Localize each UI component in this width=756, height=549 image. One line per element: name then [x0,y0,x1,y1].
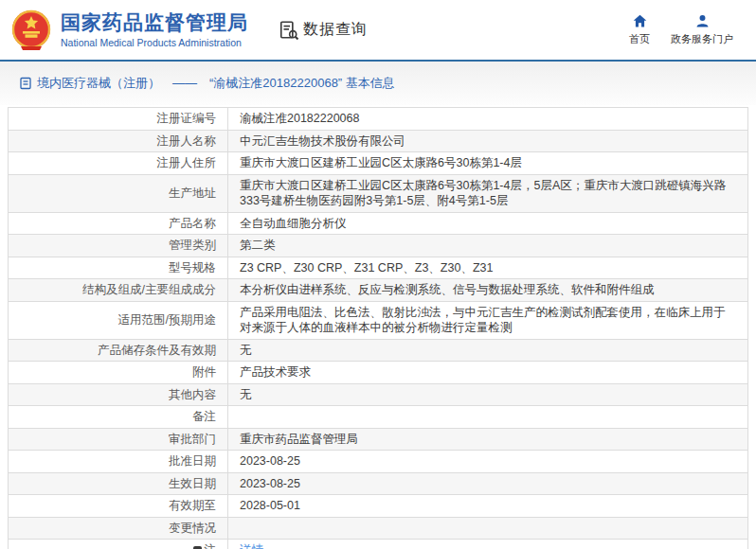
row-label: 注册证编号 [9,108,228,131]
nav-gov-portal-label: 政务服务门户 [671,32,733,46]
row-label: 型号规格 [9,257,228,279]
site-title: 国家药品监督管理局 [61,11,248,34]
row-label: 生产地址 [9,174,228,212]
row-value: 无 [228,339,748,362]
row-label: 适用范围/预期用途 [9,301,228,339]
detail-link[interactable]: 详情 [240,543,263,549]
row-value [228,517,748,540]
nav-home[interactable]: 首页 [629,13,650,46]
document-magnifier-icon [279,20,299,41]
table-row: 结构及组成/主要组成成分本分析仪由进样系统、反应与检测系统、信号与数据处理系统、… [9,279,748,302]
row-label: 备注 [9,406,228,429]
info-table: 注册证编号渝械注准20182220068注册人名称中元汇吉生物技术股份有限公司注… [8,107,748,549]
data-query-label: 数据查询 [303,20,368,40]
user-icon [694,13,711,29]
row-value: 2023-08-25 [228,472,748,495]
table-row: 产品名称全自动血细胞分析仪 [9,212,748,235]
row-label: 审批部门 [9,428,228,451]
national-emblem-logo[interactable] [9,9,53,52]
header-nav: 首页 政务服务门户 [629,13,743,46]
row-value: 重庆市大渡口区建桥工业园C区太康路6号30栋第1-4层 [228,152,748,175]
row-label: 结构及组成/主要组成成分 [9,279,228,302]
row-value: 产品采用电阻法、比色法、散射比浊法，与中元汇吉生产的检测试剂配套使用，在临床上用… [228,301,748,339]
breadcrumb-band: 境内医疗器械（注册） —— “渝械注准20182220068” 基本信息 [0,62,756,105]
breadcrumb: 境内医疗器械（注册） —— “渝械注准20182220068” 基本信息 [19,75,395,92]
home-icon [632,13,648,29]
row-label: 附件 [9,362,228,384]
table-row: 有效期至2028-05-01 [9,495,748,518]
table-row: 管理类别第二类 [9,235,748,257]
row-value: 详情 [228,540,748,549]
row-value: 2023-08-25 [228,451,748,473]
row-value: 本分析仪由进样系统、反应与检测系统、信号与数据处理系统、软件和附件组成 [228,279,748,302]
row-label: 产品储存条件及有效期 [9,339,228,362]
table-row: 注详情 [9,540,748,549]
site-header: 国家药品监督管理局 National Medical Products Admi… [0,0,756,60]
row-label: 变更情况 [9,517,228,540]
brand-block: 国家药品监督管理局 National Medical Products Admi… [61,11,248,47]
table-row: 生产地址重庆市大渡口区建桥工业园C区太康路6号30栋第1-4层，5层A区；重庆市… [9,174,748,212]
row-value: 产品技术要求 [228,362,748,384]
table-row: 备注 [9,406,748,429]
row-value: 中元汇吉生物技术股份有限公司 [228,130,748,152]
row-label: 其他内容 [9,383,228,406]
breadcrumb-text: 境内医疗器械（注册） —— “渝械注准20182220068” 基本信息 [37,75,395,92]
data-query-entry[interactable]: 数据查询 [279,20,368,41]
table-row: 其他内容无 [9,383,748,406]
table-row: 适用范围/预期用途产品采用电阻法、比色法、散射比浊法，与中元汇吉生产的检测试剂配… [9,301,748,339]
row-label: 批准日期 [9,451,228,473]
row-label: 注册人住所 [9,152,228,175]
row-label: 产品名称 [9,212,228,235]
registration-info: 注册证编号渝械注准20182220068注册人名称中元汇吉生物技术股份有限公司注… [0,105,756,549]
table-row: 注册证编号渝械注准20182220068 [9,108,748,131]
row-value: 无 [228,383,748,406]
row-value: 重庆市大渡口区建桥工业园C区太康路6号30栋第1-4层，5层A区；重庆市大渡口跳… [228,174,748,212]
row-value: 重庆市药品监督管理局 [228,428,748,451]
row-label: 注 [9,540,228,549]
row-value: 全自动血细胞分析仪 [228,212,748,235]
nav-gov-portal[interactable]: 政务服务门户 [671,13,733,46]
national-emblem-icon [9,9,53,52]
table-row: 型号规格Z3 CRP、Z30 CRP、Z31 CRP、Z3、Z30、Z31 [9,257,748,279]
row-value: 渝械注准20182220068 [228,108,748,131]
row-value: 第二类 [228,235,748,257]
table-row: 注册人住所重庆市大渡口区建桥工业园C区太康路6号30栋第1-4层 [9,152,748,175]
info-table-body: 注册证编号渝械注准20182220068注册人名称中元汇吉生物技术股份有限公司注… [9,108,748,549]
table-row: 变更情况 [9,517,748,540]
site-subtitle: National Medical Products Administration [61,37,248,48]
row-value: Z3 CRP、Z30 CRP、Z31 CRP、Z3、Z30、Z31 [228,257,748,279]
table-row: 注册人名称中元汇吉生物技术股份有限公司 [9,130,748,152]
row-label: 有效期至 [9,495,228,518]
row-value: 2028-05-01 [228,495,748,518]
row-label: 管理类别 [9,235,228,257]
table-row: 生效日期2023-08-25 [9,472,748,495]
table-row: 附件产品技术要求 [9,362,748,384]
row-label: 生效日期 [9,472,228,495]
nav-home-label: 首页 [629,32,650,46]
table-row: 产品储存条件及有效期无 [9,339,748,362]
document-icon [19,77,32,90]
row-value [228,406,748,429]
table-row: 批准日期2023-08-25 [9,451,748,473]
row-label: 注册人名称 [9,130,228,152]
table-row: 审批部门重庆市药品监督管理局 [9,428,748,451]
